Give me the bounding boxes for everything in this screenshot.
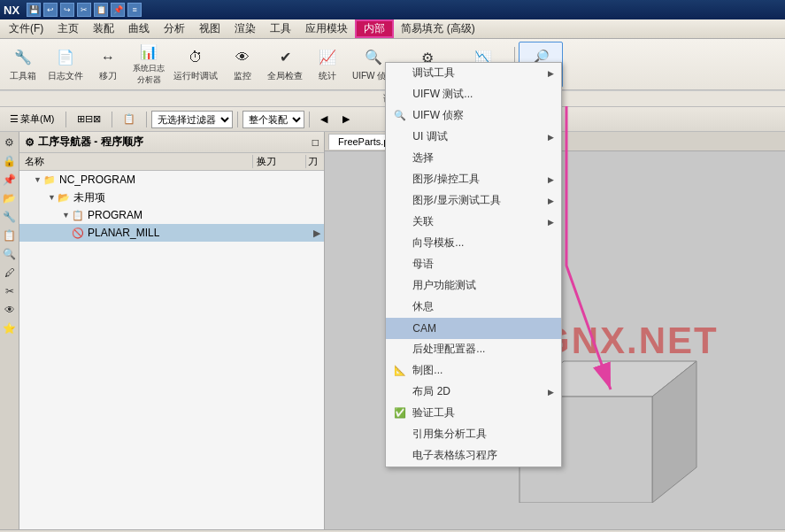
- sidebar-icon-eye[interactable]: 👁: [1, 301, 19, 319]
- uifw-test-icon: [393, 88, 407, 102]
- dropdown-layout2d[interactable]: 布局 2D: [386, 382, 561, 403]
- dropdown-excel[interactable]: 电子表格练习程序: [386, 445, 561, 466]
- dropdown-shape-ctrl[interactable]: 图形/操控工具: [386, 169, 561, 190]
- menu-view[interactable]: 视图: [192, 19, 227, 38]
- dropdown-uifw-test[interactable]: UIFW 测试...: [386, 84, 561, 105]
- dropdown-select[interactable]: 选择: [386, 148, 561, 169]
- rest-icon: [393, 300, 407, 314]
- title-bar: NX 💾 ↩ ↪ ✂ 📋 📌 ≡: [0, 0, 785, 19]
- dropdown-cam[interactable]: CAM: [386, 318, 561, 339]
- dropdown-shape-disp[interactable]: 图形/显示测试工具: [386, 190, 561, 212]
- nav-row-planar-mill[interactable]: 🚫 PLANAR_MILL ▶: [19, 224, 324, 242]
- menu-bar: 文件(F) 主页 装配 曲线 分析 视图 渲染 工具 应用模块 内部 简易填充 …: [0, 19, 785, 39]
- nav-close-icon[interactable]: □: [312, 136, 319, 149]
- undo-icon[interactable]: ↩: [43, 3, 58, 17]
- menu-file[interactable]: 文件(F): [2, 19, 50, 38]
- dropdown-language[interactable]: 母语: [386, 254, 561, 275]
- sidebar-icon-pin[interactable]: 📌: [1, 171, 19, 189]
- sidebar-icon-folder[interactable]: 📂: [1, 189, 19, 207]
- uifw-detect2-icon: 🔍: [393, 109, 407, 123]
- sidebar-icon-search[interactable]: 🔍: [1, 245, 19, 263]
- paste-icon[interactable]: 📌: [111, 3, 125, 17]
- runtime-btn[interactable]: ⏱ 运行时调试: [170, 42, 221, 88]
- fullcheck-btn[interactable]: ✔ 全局检查: [264, 42, 306, 88]
- move-icon: ↔: [97, 47, 119, 68]
- user-func-icon: [393, 279, 407, 293]
- tb2-icon2[interactable]: 📋: [117, 110, 142, 129]
- dropdown-postproc[interactable]: 后处理配置器...: [386, 339, 561, 360]
- more-icon[interactable]: ≡: [127, 3, 142, 17]
- sidebar-icon-lock[interactable]: 🔒: [1, 152, 19, 170]
- dropdown-rest[interactable]: 休息: [386, 297, 561, 318]
- dropdown-debug-tools[interactable]: 调试工具: [386, 63, 561, 84]
- menu-home[interactable]: 主页: [50, 19, 86, 38]
- nav-label-nc: NC_PROGRAM: [59, 173, 324, 186]
- dropdown-verify[interactable]: ✅ 验证工具: [386, 403, 561, 424]
- navigator-panel: ⚙ 工序导航器 - 程序顺序 □ 名称 换刀 刀 ▼ 📁 NC_PROGRAM: [19, 132, 325, 529]
- menu-curve[interactable]: 曲线: [121, 19, 157, 38]
- nav-arrow-nc: ▼: [34, 175, 42, 184]
- nav-row-unused[interactable]: ▼ 📂 未用项: [19, 189, 324, 206]
- tb2-sep-4: [237, 112, 238, 127]
- sidebar-icon-settings[interactable]: ⚙: [1, 134, 19, 151]
- select-icon: [393, 151, 407, 166]
- logfile-btn[interactable]: 📄 日志文件: [44, 42, 87, 88]
- tb2-nav-next[interactable]: ▶: [336, 110, 356, 129]
- copy-icon[interactable]: 📋: [94, 3, 108, 17]
- stats-btn[interactable]: 📈 统计: [308, 42, 347, 88]
- scope-select[interactable]: 整个装配: [242, 111, 304, 128]
- dropdown-ui-debug[interactable]: UI 调试: [386, 127, 561, 148]
- menu-assembly[interactable]: 装配: [86, 19, 121, 38]
- tb2-sep-2: [112, 112, 112, 127]
- syslog-btn[interactable]: 📊 系统日志分析器: [129, 42, 168, 88]
- menu-tools[interactable]: 工具: [263, 19, 298, 38]
- postproc-icon: [393, 343, 407, 357]
- sidebar-icon-star[interactable]: ⭐: [1, 320, 19, 337]
- menu-render[interactable]: 渲染: [227, 19, 263, 38]
- dropdown-user-func[interactable]: 用户功能测试: [386, 275, 561, 297]
- sidebar-icon-clipboard[interactable]: 📋: [1, 227, 19, 244]
- tb2-nav-prev[interactable]: ◀: [314, 110, 334, 129]
- nav-col-tool: 换刀: [253, 155, 306, 168]
- nav-settings-icon[interactable]: ⚙: [25, 136, 35, 149]
- dropdown-assoc[interactable]: 关联: [386, 212, 561, 233]
- tb2-icons[interactable]: ⊞⊟⊠: [71, 110, 107, 129]
- menu-analysis[interactable]: 分析: [157, 19, 192, 38]
- title-icons: 💾 ↩ ↪ ✂ 📋 📌 ≡: [27, 3, 142, 17]
- nav-header-left: ⚙ 工序导航器 - 程序顺序: [25, 135, 143, 150]
- dropdown-ref-analysis[interactable]: 引用集分析工具: [386, 424, 561, 445]
- dropdown-wizard-templ[interactable]: 向导模板...: [386, 233, 561, 254]
- nav-col-j: 刀: [306, 155, 324, 168]
- save-icon[interactable]: 💾: [27, 3, 41, 17]
- monitor-icon: 👁: [232, 47, 253, 68]
- sidebar-icon-edit[interactable]: 🖊: [1, 264, 19, 281]
- nav-icon-nc: 📁: [42, 173, 57, 187]
- redo-icon[interactable]: ↪: [60, 3, 74, 17]
- layout2d-icon: [393, 385, 407, 399]
- logfile-icon: 📄: [55, 47, 76, 68]
- menu-btn[interactable]: ☰ 菜单(M): [4, 110, 61, 129]
- move-btn[interactable]: ↔ 移刀: [89, 42, 127, 88]
- nav-row-nc-program[interactable]: ▼ 📁 NC_PROGRAM: [19, 171, 324, 189]
- nav-arrow-right-planar: ▶: [313, 227, 324, 239]
- wizard-templ-icon: [393, 236, 407, 251]
- nav-row-program[interactable]: ▼ 📋 PROGRAM: [19, 206, 324, 224]
- dropdown-drafting[interactable]: 📐 制图...: [386, 360, 561, 382]
- menu-simplefill[interactable]: 简易填充 (高级): [394, 19, 481, 38]
- tb2-sep-5: [309, 112, 310, 127]
- sidebar-icon-cut[interactable]: ✂: [1, 282, 19, 300]
- menu-appmod[interactable]: 应用模块: [298, 19, 355, 38]
- language-icon: [393, 258, 407, 272]
- debug-menu-btn[interactable]: 🔎 调试菜单 调试工具 UIFW 测试... 🔍 UIFW 侦察: [519, 42, 563, 88]
- filter-select[interactable]: 无选择过滤器: [151, 111, 233, 128]
- dropdown-uifw-detect[interactable]: 🔍 UIFW 侦察: [386, 105, 561, 127]
- sidebar-icon-tool[interactable]: 🔧: [1, 208, 19, 226]
- cut-icon[interactable]: ✂: [77, 3, 91, 17]
- assoc-icon: [393, 215, 407, 229]
- menu-internal[interactable]: 内部: [355, 19, 394, 38]
- syslog-icon: 📊: [138, 43, 159, 61]
- toolbox-btn[interactable]: 🔧 工具箱: [4, 42, 42, 88]
- monitor-btn[interactable]: 👁 监控: [223, 42, 262, 88]
- cam-icon: [393, 321, 407, 335]
- nav-tree: ▼ 📁 NC_PROGRAM ▼ 📂 未用项 ▼ 📋 PROGRAM: [19, 171, 324, 529]
